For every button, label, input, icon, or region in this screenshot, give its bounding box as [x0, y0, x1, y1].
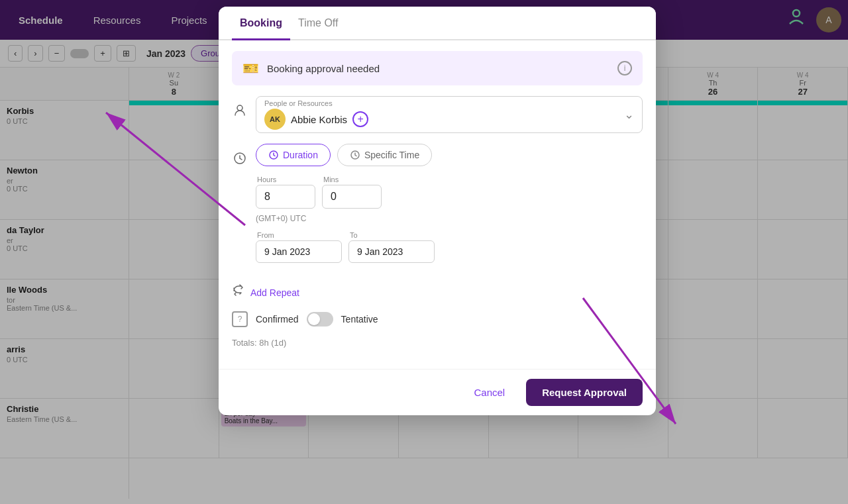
to-date-field[interactable]: 9 Jan 2023 [348, 240, 435, 263]
modal-tabs: Booking Time Off [219, 7, 656, 40]
add-repeat-button[interactable]: Add Repeat [250, 287, 299, 298]
approval-banner-text: Booking approval needed [267, 63, 610, 74]
person-avatar: AK [264, 109, 286, 130]
repeat-icon [232, 284, 245, 301]
hours-row: Hours Mins [256, 176, 643, 209]
chevron-down-icon[interactable]: ⌄ [624, 107, 634, 122]
specific-time-label: Specific Time [364, 150, 419, 160]
modal-body: 🎫 Booking approval needed i People or Re… [219, 40, 656, 369]
time-section: Duration Specific Time Hours [232, 144, 643, 274]
approval-banner: 🎫 Booking approval needed i [232, 51, 643, 85]
duration-label: Duration [283, 150, 318, 160]
add-person-button[interactable]: + [352, 111, 368, 127]
time-content: Duration Specific Time Hours [256, 144, 643, 274]
clock-icon [232, 150, 248, 166]
mins-label: Mins [322, 176, 382, 183]
to-label: To [348, 231, 435, 239]
from-date-field[interactable]: 9 Jan 2023 [256, 240, 342, 263]
add-repeat-row[interactable]: Add Repeat [232, 284, 643, 301]
mins-group: Mins [322, 176, 382, 209]
info-icon[interactable]: i [617, 61, 632, 76]
time-type-row: Duration Specific Time [256, 144, 643, 166]
tentative-label: Tentative [341, 314, 378, 325]
tab-booking[interactable]: Booking [232, 7, 290, 40]
confirm-row: ? Confirmed Tentative [232, 311, 643, 327]
timezone-label: (GMT+0) UTC [256, 214, 643, 223]
people-label: People or Resources [264, 99, 368, 107]
from-group: From 9 Jan 2023 [256, 231, 342, 263]
specific-time-button[interactable]: Specific Time [337, 144, 432, 166]
from-label: From [256, 231, 342, 239]
people-content: People or Resources AK Abbie Korbis + ⌄ [256, 96, 643, 133]
person-icon [232, 103, 248, 119]
hours-group: Hours [256, 176, 315, 209]
cancel-button[interactable]: Cancel [463, 381, 515, 403]
ticket-icon: 🎫 [242, 60, 259, 76]
confirm-status-icon[interactable]: ? [232, 311, 248, 327]
modal-footer: Cancel Request Approval [219, 369, 656, 415]
hours-label: Hours [256, 176, 315, 183]
person-name: Abbie Korbis [291, 114, 347, 125]
tentative-toggle[interactable] [307, 312, 333, 327]
hours-input[interactable] [256, 185, 315, 209]
request-approval-button[interactable]: Request Approval [526, 379, 643, 406]
confirmed-label: Confirmed [256, 314, 299, 325]
mins-input[interactable] [322, 185, 382, 209]
toggle-knob [308, 313, 320, 325]
date-row: From 9 Jan 2023 To 9 Jan 2023 [256, 231, 643, 263]
to-group: To 9 Jan 2023 [348, 231, 435, 263]
totals-label: Totals: 8h (1d) [232, 338, 643, 348]
booking-modal: Booking Time Off 🎫 Booking approval need… [219, 7, 656, 415]
people-section: People or Resources AK Abbie Korbis + ⌄ [232, 96, 643, 133]
people-inner: AK Abbie Korbis + [264, 109, 368, 130]
duration-button[interactable]: Duration [256, 144, 331, 166]
tab-time-off[interactable]: Time Off [290, 7, 346, 40]
svg-point-1 [237, 105, 242, 111]
people-selector[interactable]: People or Resources AK Abbie Korbis + ⌄ [256, 96, 643, 133]
